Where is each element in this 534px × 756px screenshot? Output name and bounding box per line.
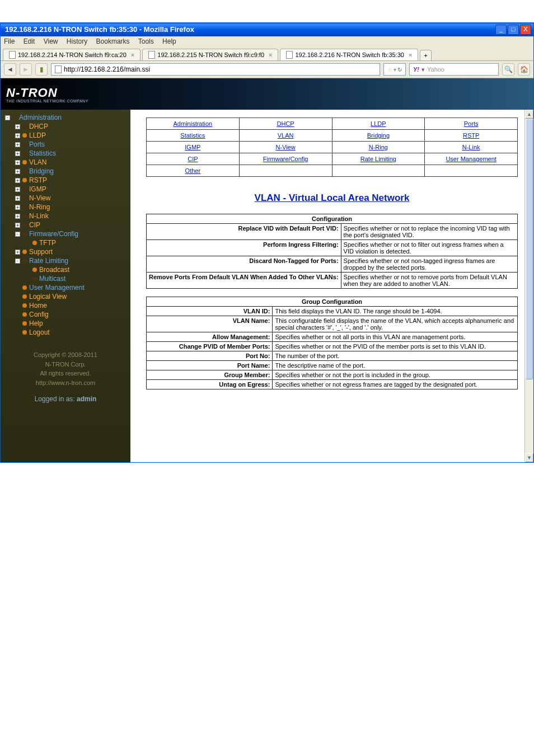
sidebar-item-lldp[interactable]: +LLDP (1, 131, 130, 140)
menu-bookmarks[interactable]: Bookmarks (96, 37, 130, 45)
tree-expander-icon[interactable]: + (15, 178, 20, 183)
sidebar-link[interactable]: LLDP (29, 132, 46, 139)
category-link-vlan[interactable]: VLAN (278, 132, 294, 139)
category-link-n-link[interactable]: N-Link (462, 144, 480, 151)
sidebar-item-n-link[interactable]: +N-Link (1, 212, 130, 220)
tree-expander-icon[interactable]: + (15, 214, 20, 219)
vertical-scrollbar[interactable]: ▲ ▼ (524, 110, 533, 462)
close-button[interactable]: X (520, 25, 531, 35)
tree-expander-icon[interactable]: - (15, 232, 20, 237)
tree-expander-icon[interactable]: + (15, 151, 20, 156)
url-input[interactable]: http://192.168.2.216/main.ssi (51, 63, 380, 76)
minimize-button[interactable]: _ (495, 25, 507, 35)
category-link-lldp[interactable]: LLDP (371, 120, 386, 127)
tree-expander-icon[interactable]: - (15, 259, 20, 264)
sidebar-link[interactable]: RSTP (29, 176, 47, 184)
maximize-button[interactable]: □ (508, 25, 519, 35)
tree-expander-icon[interactable]: + (15, 160, 20, 165)
sidebar-link[interactable]: Bridging (29, 167, 54, 175)
bookmark-reload[interactable]: ☆ ▾ ↻ (383, 63, 406, 76)
tab-close-icon[interactable]: × (409, 51, 412, 58)
sidebar-item-vlan[interactable]: +VLAN (1, 158, 130, 167)
sidebar-item-home[interactable]: Home (1, 301, 130, 310)
category-link-bridging[interactable]: Bridging (367, 132, 390, 139)
category-link-rate-limiting[interactable]: Rate Limiting (360, 156, 396, 162)
search-input[interactable]: Y!▾ Yahoo (409, 63, 499, 76)
category-link-igmp[interactable]: IGMP (185, 144, 200, 151)
sidebar-item-config[interactable]: Config (1, 310, 130, 319)
sidebar-link[interactable]: Administration (19, 114, 62, 121)
category-link-cip[interactable]: CIP (188, 156, 198, 162)
star-icon[interactable]: ☆ (387, 67, 392, 73)
sidebar-item-logout[interactable]: Logout (1, 328, 130, 337)
tab-close-icon[interactable]: × (131, 51, 134, 58)
sidebar-item-rate-limiting[interactable]: -Rate Limiting (1, 256, 130, 265)
sidebar-link[interactable]: Help (29, 320, 43, 327)
menu-tools[interactable]: Tools (138, 37, 154, 45)
stats-button[interactable]: ▮ (35, 63, 48, 76)
sidebar-item-rstp[interactable]: +RSTP (1, 176, 130, 185)
tab-2[interactable]: 192.168.2.216 N-TRON Switch fb:35:30× (280, 49, 418, 60)
tree-expander-icon[interactable]: + (15, 133, 20, 138)
sidebar-link[interactable]: Logical View (29, 293, 67, 300)
sidebar-link[interactable]: IGMP (29, 185, 46, 193)
forward-button[interactable]: ► (20, 63, 32, 76)
menu-help[interactable]: Help (162, 37, 176, 45)
tree-expander-icon[interactable]: - (5, 115, 10, 120)
category-link-user-management[interactable]: User Management (446, 156, 496, 162)
sidebar-link[interactable]: CIP (29, 221, 40, 229)
sidebar-link[interactable]: Config (29, 311, 49, 318)
sidebar-link[interactable]: Multicast (39, 275, 65, 283)
tree-expander-icon[interactable]: + (15, 169, 20, 174)
sidebar-link[interactable]: N-View (29, 194, 50, 202)
sidebar-item-bridging[interactable]: +Bridging (1, 167, 130, 176)
sidebar-item-dhcp[interactable]: +DHCP (1, 122, 130, 131)
sidebar-item-cip[interactable]: +CIP (1, 220, 130, 229)
category-link-statistics[interactable]: Statistics (180, 132, 205, 139)
home-button[interactable]: 🏠 (518, 63, 530, 76)
sidebar-item-firmware-config[interactable]: -Firmware/Config (1, 229, 130, 238)
sidebar-item-logical-view[interactable]: Logical View (1, 292, 130, 301)
tree-expander-icon[interactable]: + (15, 142, 20, 147)
scroll-thumb[interactable] (526, 119, 533, 379)
category-link-administration[interactable]: Administration (174, 120, 213, 127)
reload-icon[interactable]: ↻ (397, 67, 402, 73)
menu-view[interactable]: View (44, 37, 58, 45)
sidebar-link[interactable]: N-Link (29, 212, 49, 220)
sidebar-item-igmp[interactable]: +IGMP (1, 185, 130, 194)
sidebar-item-n-view[interactable]: +N-View (1, 194, 130, 203)
sidebar-item-n-ring[interactable]: +N-Ring (1, 203, 130, 212)
category-link-ports[interactable]: Ports (464, 120, 479, 127)
tab-0[interactable]: 192.168.2.214 N-TRON Switch f9:ca:20× (3, 49, 140, 60)
category-link-firmware-config[interactable]: Firmware/Config (263, 156, 308, 162)
sidebar-link[interactable]: User Management (29, 284, 85, 292)
copyright-link[interactable]: http://www.n-tron.com (36, 379, 95, 386)
sidebar-item-ports[interactable]: +Ports (1, 140, 130, 149)
sidebar-item-support[interactable]: +Support (1, 247, 130, 256)
new-tab-button[interactable]: + (420, 50, 431, 60)
sidebar-link[interactable]: N-Ring (29, 203, 50, 211)
menu-file[interactable]: File (4, 37, 15, 45)
sidebar-item-statistics[interactable]: +Statistics (1, 149, 130, 158)
sidebar-link[interactable]: Support (29, 248, 53, 256)
sidebar-item-administration[interactable]: -Administration (1, 113, 130, 122)
category-link-dhcp[interactable]: DHCP (277, 120, 294, 127)
sidebar-link[interactable]: Logout (29, 328, 50, 336)
sidebar-link[interactable]: Ports (29, 140, 45, 148)
scroll-up-icon[interactable]: ▲ (525, 110, 533, 119)
sidebar-item-user-management[interactable]: User Management (1, 283, 130, 292)
sidebar-item-tftp[interactable]: TFTP (1, 238, 130, 247)
tree-expander-icon[interactable]: + (15, 124, 20, 129)
scroll-track[interactable] (525, 119, 533, 453)
sidebar-link[interactable]: VLAN (29, 158, 46, 166)
sidebar-link[interactable]: Firmware/Config (29, 230, 78, 238)
sidebar-link[interactable]: Broadcast (39, 266, 69, 274)
tab-close-icon[interactable]: × (269, 51, 272, 58)
sidebar-item-multicast[interactable]: Multicast (1, 274, 130, 283)
tree-expander-icon[interactable]: + (15, 250, 20, 255)
scroll-down-icon[interactable]: ▼ (525, 453, 533, 462)
sidebar-link[interactable]: Home (29, 302, 47, 309)
tree-expander-icon[interactable]: + (15, 196, 20, 201)
tree-expander-icon[interactable]: + (15, 187, 20, 192)
category-link-n-view[interactable]: N-View (275, 144, 295, 151)
